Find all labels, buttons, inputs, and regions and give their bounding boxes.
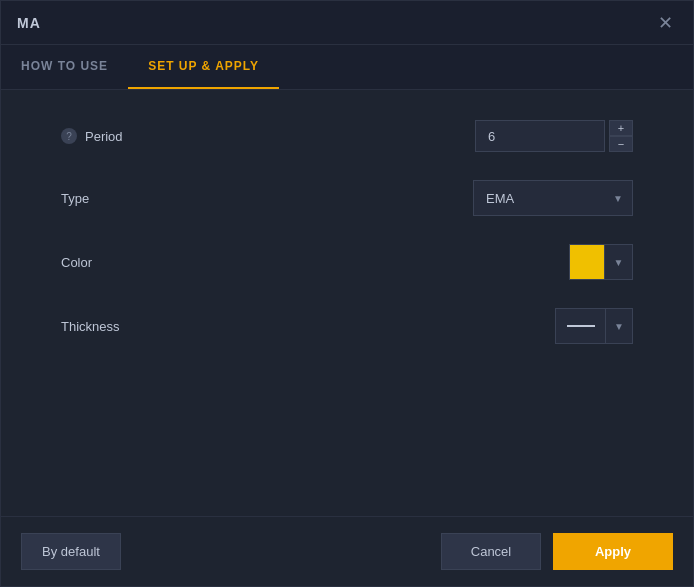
form-content: ? Period + − Type S: [1, 90, 693, 516]
thickness-control-wrap: ▼: [181, 308, 633, 344]
type-row: Type SMA EMA WMA VWMA SMMA ▼: [61, 180, 633, 216]
cancel-button[interactable]: Cancel: [441, 533, 541, 570]
tab-set-up-apply[interactable]: SET UP & APPLY: [128, 45, 279, 89]
color-dropdown-button[interactable]: ▼: [605, 244, 633, 280]
period-increment-button[interactable]: +: [609, 120, 633, 136]
thickness-dropdown-button[interactable]: ▼: [605, 308, 633, 344]
thickness-picker-wrap: ▼: [555, 308, 633, 344]
type-select[interactable]: SMA EMA WMA VWMA SMMA: [473, 180, 633, 216]
thickness-row: Thickness ▼: [61, 308, 633, 344]
period-help-icon[interactable]: ?: [61, 128, 77, 144]
dialog-title: MA: [17, 15, 41, 31]
period-decrement-button[interactable]: −: [609, 136, 633, 152]
dialog-footer: By default Cancel Apply: [1, 516, 693, 586]
thickness-line-icon: [567, 325, 595, 327]
type-select-wrap: SMA EMA WMA VWMA SMMA ▼: [473, 180, 633, 216]
tabs-bar: HOW TO USE SET UP & APPLY: [1, 45, 693, 90]
stepper-buttons: + −: [609, 120, 633, 152]
color-row: Color ▼: [61, 244, 633, 280]
dialog-header: MA ✕: [1, 1, 693, 45]
type-control-wrap: SMA EMA WMA VWMA SMMA ▼: [181, 180, 633, 216]
period-row: ? Period + −: [61, 120, 633, 152]
color-control-wrap: ▼: [181, 244, 633, 280]
period-label: ? Period: [61, 128, 181, 144]
dialog: MA ✕ HOW TO USE SET UP & APPLY ? Period …: [0, 0, 694, 587]
color-picker-wrap: ▼: [569, 244, 633, 280]
type-label: Type: [61, 191, 181, 206]
thickness-display[interactable]: [555, 308, 605, 344]
period-input-wrap: + −: [475, 120, 633, 152]
apply-button[interactable]: Apply: [553, 533, 673, 570]
thickness-label: Thickness: [61, 319, 181, 334]
color-swatch[interactable]: [569, 244, 605, 280]
period-input[interactable]: [475, 120, 605, 152]
color-label: Color: [61, 255, 181, 270]
period-control-wrap: + −: [181, 120, 633, 152]
by-default-button[interactable]: By default: [21, 533, 121, 570]
tab-how-to-use[interactable]: HOW TO USE: [1, 45, 128, 89]
footer-right-buttons: Cancel Apply: [441, 533, 673, 570]
close-button[interactable]: ✕: [654, 10, 677, 36]
